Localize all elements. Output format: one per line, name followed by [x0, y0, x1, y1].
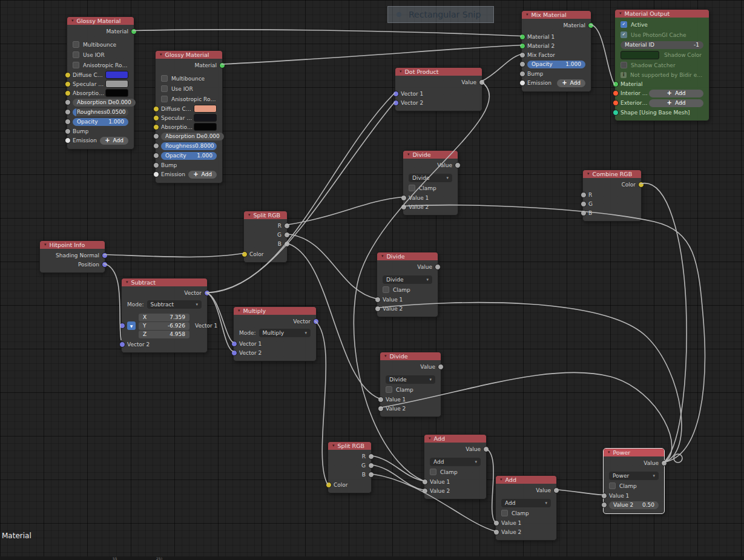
collapse-triangle-icon[interactable]: ▾ — [500, 478, 502, 482]
socket-hitpoint-shadingnormal-out[interactable] — [102, 252, 108, 259]
node-power[interactable]: ▾PowerValuePower▾ClampValue 1Value 20.50 — [603, 448, 665, 514]
slider-roughness[interactable]: Roughness0.8000 — [161, 142, 217, 150]
socket-mix-opacity-in[interactable] — [519, 61, 525, 67]
value-field-absorption-de[interactable]: Absorption De0.000 — [161, 133, 224, 140]
checkbox-clamp[interactable] — [609, 483, 616, 489]
color-swatch[interactable] — [105, 89, 128, 97]
node-split2[interactable]: ▾Split RGBRGBColor — [328, 441, 372, 493]
socket-hitpoint-position-out[interactable] — [102, 262, 108, 268]
value-field-value-2[interactable]: Value 20.50 — [609, 501, 659, 509]
dropdown-divide[interactable]: Divide▾ — [409, 174, 452, 182]
socket-glossy2-emission-in[interactable] — [153, 171, 159, 177]
socket-mix-material2-in[interactable] — [519, 43, 525, 49]
socket-power-value-out[interactable] — [661, 460, 667, 466]
socket-mix-material-out[interactable] — [588, 22, 594, 28]
socket-subtract-vector-out[interactable] — [204, 290, 210, 296]
socket-add1-value2-in[interactable] — [422, 488, 428, 494]
dropdown-add[interactable]: Add▾ — [501, 499, 551, 507]
collapse-triangle-icon[interactable]: ▾ — [381, 254, 384, 259]
socket-dot-vector2-in[interactable] — [393, 100, 399, 106]
socket-glossy2-opacity-in[interactable] — [153, 153, 159, 159]
socket-output-shapeusingbasemesh-in[interactable] — [613, 110, 619, 116]
socket-glossy2-absorptionde-in[interactable] — [153, 133, 159, 139]
node-header-split1[interactable]: ▾Split RGB — [244, 211, 287, 219]
color-swatch[interactable] — [105, 80, 128, 88]
socket-divide1-value-out[interactable] — [455, 162, 461, 168]
socket-split1-b-out[interactable] — [284, 241, 290, 247]
slider-opacity[interactable]: Opacity1.000 — [161, 152, 217, 160]
socket-add2-value2-in[interactable] — [493, 529, 499, 535]
add-button[interactable]: +Add — [649, 90, 703, 97]
add-button[interactable]: +Add — [649, 99, 703, 107]
socket-mix-mixfactor-in[interactable] — [519, 52, 525, 58]
socket-add2-value1-in[interactable] — [493, 520, 499, 526]
color-swatch[interactable] — [105, 71, 128, 79]
socket-split1-g-out[interactable] — [284, 232, 290, 238]
color-swatch[interactable] — [194, 105, 217, 113]
node-header-divide2[interactable]: ▾Divide — [377, 252, 438, 260]
slider-opacity[interactable]: Opacity1.000 — [527, 61, 585, 68]
node-header-add1[interactable]: ▾Add — [424, 435, 486, 443]
node-dot[interactable]: ▾Dot ProductValueVector 1Vector 2 — [395, 67, 482, 111]
node-divide1[interactable]: ▾DivideValueDivide▾ClampValue 1Value 2 — [403, 150, 458, 216]
socket-power-value2-in[interactable] — [601, 502, 607, 508]
node-glossy1[interactable]: ▾Glossy MaterialMaterialMultibounceUse I… — [67, 16, 134, 150]
collapse-triangle-icon[interactable]: ▾ — [332, 444, 335, 448]
node-header-multiply[interactable]: ▾Multiply — [234, 307, 316, 315]
socket-glossy2-specularcolor-in[interactable] — [153, 115, 159, 121]
socket-glossy1-material-out[interactable] — [131, 28, 137, 35]
add-button[interactable]: +Add — [557, 79, 585, 87]
socket-dot-value-out[interactable] — [479, 79, 485, 85]
checkbox-clamp[interactable] — [386, 386, 392, 393]
socket-mix-emission-in[interactable] — [519, 80, 525, 86]
vector-field-x[interactable]: X7.359 — [139, 314, 189, 321]
socket-glossy1-absorptionde-in[interactable] — [65, 99, 71, 105]
socket-glossy2-absorptioncolo-in[interactable] — [153, 124, 159, 130]
collapse-triangle-icon[interactable]: ▾ — [619, 12, 622, 16]
socket-divide1-value1-in[interactable] — [401, 195, 407, 201]
socket-divide2-value-out[interactable] — [435, 264, 441, 270]
socket-split2-r-out[interactable] — [368, 453, 374, 460]
node-editor-canvas[interactable]: ▾Glossy MaterialMaterialMultibounceUse I… — [0, 0, 744, 560]
node-header-hitpoint[interactable]: ▾Hitpoint Info — [40, 241, 105, 249]
socket-split2-b-out[interactable] — [368, 472, 374, 478]
socket-divide1-value2-in[interactable] — [401, 204, 407, 210]
socket-glossy1-specularcolor-in[interactable] — [65, 81, 71, 87]
node-header-divide3[interactable]: ▾Divide — [380, 352, 441, 360]
socket-output-exteriorvolume-in[interactable] — [613, 100, 619, 106]
collapse-triangle-icon[interactable]: ▾ — [400, 70, 402, 74]
collapse-triangle-icon[interactable]: ▾ — [44, 243, 47, 247]
node-divide3[interactable]: ▾DivideValueDivide▾ClampValue 1Value 2 — [380, 352, 441, 417]
collapse-triangle-icon[interactable]: ▾ — [238, 309, 240, 313]
node-header-output[interactable]: ▾Material Output — [615, 10, 709, 18]
shadow-color-swatch[interactable] — [621, 51, 659, 59]
socket-split2-color-in[interactable] — [326, 482, 332, 488]
socket-glossy2-roughness-in[interactable] — [153, 143, 159, 149]
checkbox-use-ior[interactable] — [161, 85, 168, 92]
vector-field-y[interactable]: Y-6.926 — [139, 322, 189, 330]
dropdown-divide[interactable]: Divide▾ — [383, 275, 432, 284]
collapse-triangle-icon[interactable]: ▾ — [608, 450, 610, 455]
socket-subtract-vector2-in[interactable] — [119, 341, 125, 348]
mode-dropdown-subtract[interactable]: Subtract▾ — [147, 300, 202, 309]
socket-combine-r-in[interactable] — [581, 192, 587, 198]
node-divide2[interactable]: ▾DivideValueDivide▾ClampValue 1Value 2 — [377, 252, 438, 317]
checkbox-use-photongi-cache[interactable]: ✓ — [621, 31, 627, 38]
node-output[interactable]: ▾Material Output✓Active✓Use PhotonGI Cac… — [614, 9, 709, 121]
color-swatch[interactable] — [194, 114, 217, 122]
socket-combine-color-out[interactable] — [638, 182, 644, 188]
checkbox-active[interactable]: ✓ — [621, 21, 627, 28]
node-header-mix[interactable]: ▾Mix Material — [522, 11, 591, 19]
socket-glossy2-bump-in[interactable] — [153, 162, 159, 168]
checkbox-multibounce[interactable] — [73, 41, 79, 48]
node-hitpoint[interactable]: ▾Hitpoint InfoShading NormalPosition — [39, 240, 105, 273]
socket-output-interiorvolume-in[interactable] — [613, 90, 619, 96]
socket-glossy1-absorptioncolo-in[interactable] — [65, 90, 71, 96]
socket-glossy2-diffusecolor-in[interactable] — [153, 106, 159, 112]
socket-split2-g-out[interactable] — [368, 463, 374, 469]
add-button[interactable]: +Add — [100, 137, 128, 145]
slider-opacity[interactable]: Opacity1.000 — [73, 118, 128, 126]
socket-multiply-vector2-in[interactable] — [231, 350, 237, 356]
vector-field-z[interactable]: Z4.958 — [139, 331, 189, 338]
slider-roughness[interactable]: Roughness0.0500 — [73, 108, 128, 116]
